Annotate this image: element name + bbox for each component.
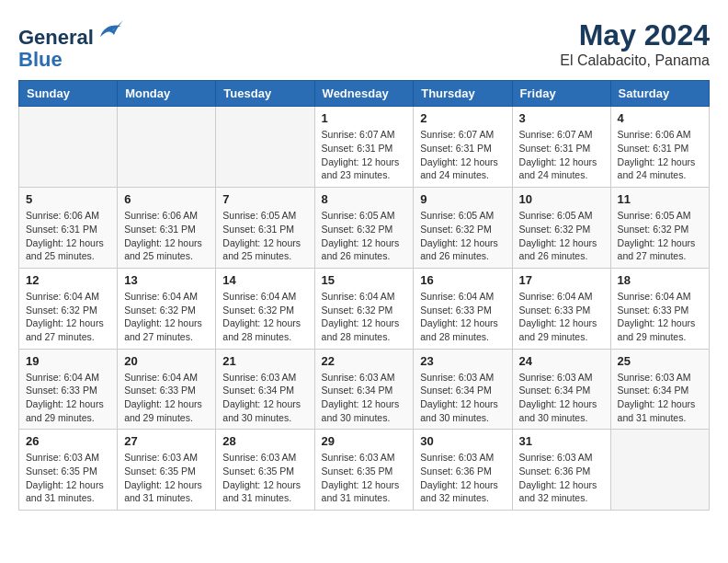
calendar-cell	[216, 107, 314, 188]
calendar-cell: 10Sunrise: 6:05 AMSunset: 6:32 PMDayligh…	[512, 188, 610, 269]
calendar-cell	[610, 430, 709, 511]
day-number: 14	[222, 273, 307, 287]
week-row-1: 1Sunrise: 6:07 AMSunset: 6:31 PMDaylight…	[19, 107, 710, 188]
calendar-cell: 11Sunrise: 6:05 AMSunset: 6:32 PMDayligh…	[610, 188, 709, 269]
day-info: Sunrise: 6:04 AMSunset: 6:33 PMDaylight:…	[124, 371, 209, 425]
calendar-cell: 8Sunrise: 6:05 AMSunset: 6:32 PMDaylight…	[314, 188, 414, 269]
calendar-table: SundayMondayTuesdayWednesdayThursdayFrid…	[18, 80, 710, 511]
week-row-3: 12Sunrise: 6:04 AMSunset: 6:32 PMDayligh…	[19, 268, 710, 349]
day-info: Sunrise: 6:04 AMSunset: 6:33 PMDaylight:…	[618, 290, 702, 344]
day-number: 17	[519, 273, 604, 287]
calendar-cell	[19, 107, 118, 188]
calendar-cell: 19Sunrise: 6:04 AMSunset: 6:33 PMDayligh…	[19, 349, 118, 430]
day-number: 8	[322, 192, 407, 206]
weekday-header-friday: Friday	[512, 81, 610, 107]
day-info: Sunrise: 6:05 AMSunset: 6:32 PMDaylight:…	[322, 209, 407, 263]
day-number: 7	[222, 192, 307, 206]
calendar-cell: 3Sunrise: 6:07 AMSunset: 6:31 PMDaylight…	[512, 107, 610, 188]
day-info: Sunrise: 6:03 AMSunset: 6:36 PMDaylight:…	[420, 451, 505, 505]
week-row-2: 5Sunrise: 6:06 AMSunset: 6:31 PMDaylight…	[19, 188, 710, 269]
day-info: Sunrise: 6:04 AMSunset: 6:33 PMDaylight:…	[420, 290, 505, 344]
day-number: 31	[519, 434, 604, 448]
calendar-cell: 14Sunrise: 6:04 AMSunset: 6:32 PMDayligh…	[216, 268, 314, 349]
calendar-cell: 29Sunrise: 6:03 AMSunset: 6:35 PMDayligh…	[314, 430, 414, 511]
day-number: 10	[519, 192, 604, 206]
day-number: 19	[26, 354, 110, 368]
calendar-cell: 5Sunrise: 6:06 AMSunset: 6:31 PMDaylight…	[19, 188, 118, 269]
day-info: Sunrise: 6:04 AMSunset: 6:32 PMDaylight:…	[26, 290, 110, 344]
day-number: 3	[519, 111, 604, 125]
day-info: Sunrise: 6:04 AMSunset: 6:32 PMDaylight:…	[124, 290, 209, 344]
weekday-header-monday: Monday	[118, 81, 216, 107]
day-info: Sunrise: 6:03 AMSunset: 6:35 PMDaylight:…	[322, 451, 407, 505]
calendar-cell: 27Sunrise: 6:03 AMSunset: 6:35 PMDayligh…	[118, 430, 216, 511]
day-number: 22	[322, 354, 407, 368]
day-info: Sunrise: 6:05 AMSunset: 6:32 PMDaylight:…	[420, 209, 505, 263]
day-info: Sunrise: 6:03 AMSunset: 6:34 PMDaylight:…	[322, 371, 407, 425]
day-info: Sunrise: 6:05 AMSunset: 6:32 PMDaylight:…	[519, 209, 604, 263]
page-header: General Blue May 2024 El Calabacito, Pan…	[18, 18, 710, 71]
day-number: 21	[222, 354, 307, 368]
day-number: 12	[26, 273, 110, 287]
day-info: Sunrise: 6:06 AMSunset: 6:31 PMDaylight:…	[618, 128, 702, 182]
month-title: May 2024	[560, 18, 710, 52]
logo-bird-icon	[96, 18, 123, 44]
day-info: Sunrise: 6:03 AMSunset: 6:34 PMDaylight:…	[222, 371, 307, 425]
calendar-cell: 31Sunrise: 6:03 AMSunset: 6:36 PMDayligh…	[512, 430, 610, 511]
day-number: 15	[322, 273, 407, 287]
day-number: 29	[322, 434, 407, 448]
calendar-cell: 18Sunrise: 6:04 AMSunset: 6:33 PMDayligh…	[610, 268, 709, 349]
calendar-cell	[118, 107, 216, 188]
calendar-cell: 12Sunrise: 6:04 AMSunset: 6:32 PMDayligh…	[19, 268, 118, 349]
calendar-cell: 2Sunrise: 6:07 AMSunset: 6:31 PMDaylight…	[414, 107, 512, 188]
logo: General Blue	[18, 18, 123, 71]
day-info: Sunrise: 6:03 AMSunset: 6:35 PMDaylight:…	[222, 451, 307, 505]
weekday-header-tuesday: Tuesday	[216, 81, 314, 107]
day-number: 1	[322, 111, 407, 125]
weekday-header-thursday: Thursday	[414, 81, 512, 107]
day-info: Sunrise: 6:03 AMSunset: 6:34 PMDaylight:…	[420, 371, 505, 425]
calendar-cell: 25Sunrise: 6:03 AMSunset: 6:34 PMDayligh…	[610, 349, 709, 430]
day-number: 5	[26, 192, 110, 206]
logo-text: General Blue	[18, 18, 123, 71]
calendar-cell: 17Sunrise: 6:04 AMSunset: 6:33 PMDayligh…	[512, 268, 610, 349]
day-info: Sunrise: 6:07 AMSunset: 6:31 PMDaylight:…	[519, 128, 604, 182]
day-info: Sunrise: 6:03 AMSunset: 6:34 PMDaylight:…	[618, 371, 702, 425]
day-number: 11	[618, 192, 702, 206]
location-text: El Calabacito, Panama	[560, 52, 710, 69]
day-number: 27	[124, 434, 209, 448]
day-info: Sunrise: 6:06 AMSunset: 6:31 PMDaylight:…	[26, 209, 110, 263]
week-row-5: 26Sunrise: 6:03 AMSunset: 6:35 PMDayligh…	[19, 430, 710, 511]
day-number: 9	[420, 192, 505, 206]
calendar-cell: 22Sunrise: 6:03 AMSunset: 6:34 PMDayligh…	[314, 349, 414, 430]
day-info: Sunrise: 6:04 AMSunset: 6:33 PMDaylight:…	[519, 290, 604, 344]
day-number: 28	[222, 434, 307, 448]
calendar-cell: 28Sunrise: 6:03 AMSunset: 6:35 PMDayligh…	[216, 430, 314, 511]
day-number: 30	[420, 434, 505, 448]
day-number: 6	[124, 192, 209, 206]
calendar-cell: 13Sunrise: 6:04 AMSunset: 6:32 PMDayligh…	[118, 268, 216, 349]
calendar-cell: 4Sunrise: 6:06 AMSunset: 6:31 PMDaylight…	[610, 107, 709, 188]
day-info: Sunrise: 6:05 AMSunset: 6:31 PMDaylight:…	[222, 209, 307, 263]
day-number: 16	[420, 273, 505, 287]
day-number: 26	[26, 434, 110, 448]
day-number: 2	[420, 111, 505, 125]
calendar-cell: 6Sunrise: 6:06 AMSunset: 6:31 PMDaylight…	[118, 188, 216, 269]
calendar-cell: 16Sunrise: 6:04 AMSunset: 6:33 PMDayligh…	[414, 268, 512, 349]
calendar-cell: 30Sunrise: 6:03 AMSunset: 6:36 PMDayligh…	[414, 430, 512, 511]
day-info: Sunrise: 6:03 AMSunset: 6:36 PMDaylight:…	[519, 451, 604, 505]
weekday-header-saturday: Saturday	[610, 81, 709, 107]
day-number: 4	[618, 111, 702, 125]
day-info: Sunrise: 6:03 AMSunset: 6:34 PMDaylight:…	[519, 371, 604, 425]
day-info: Sunrise: 6:07 AMSunset: 6:31 PMDaylight:…	[420, 128, 505, 182]
calendar-cell: 7Sunrise: 6:05 AMSunset: 6:31 PMDaylight…	[216, 188, 314, 269]
weekday-header-sunday: Sunday	[19, 81, 118, 107]
day-number: 20	[124, 354, 209, 368]
day-info: Sunrise: 6:04 AMSunset: 6:32 PMDaylight:…	[222, 290, 307, 344]
day-info: Sunrise: 6:07 AMSunset: 6:31 PMDaylight:…	[322, 128, 407, 182]
calendar-cell: 23Sunrise: 6:03 AMSunset: 6:34 PMDayligh…	[414, 349, 512, 430]
weekday-header-row: SundayMondayTuesdayWednesdayThursdayFrid…	[19, 81, 710, 107]
weekday-header-wednesday: Wednesday	[314, 81, 414, 107]
day-number: 23	[420, 354, 505, 368]
day-info: Sunrise: 6:04 AMSunset: 6:33 PMDaylight:…	[26, 371, 110, 425]
